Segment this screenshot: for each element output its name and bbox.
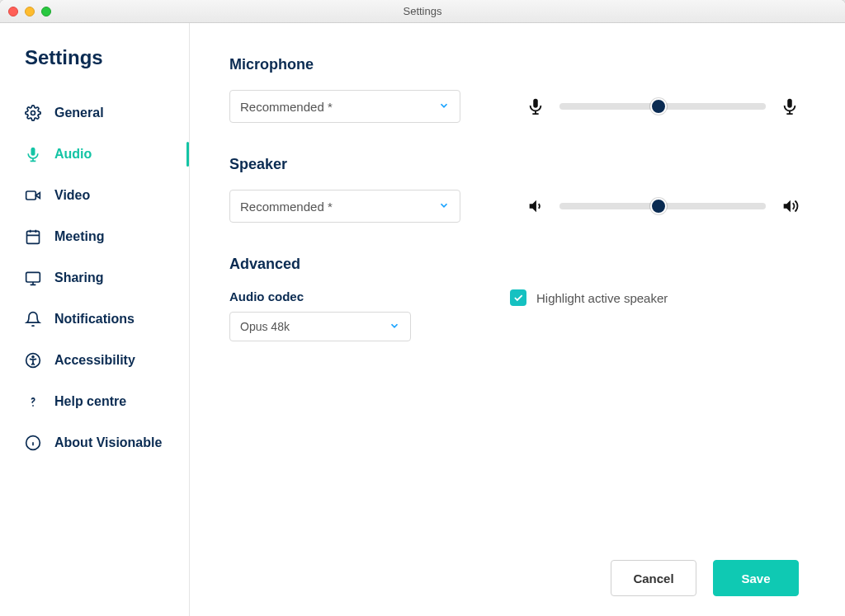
sidebar-title: Settings [25,46,189,69]
sidebar-item-label: Sharing [54,270,104,285]
microphone-icon [25,146,41,162]
sidebar-item-meeting[interactable]: Meeting [25,216,189,257]
microphone-row: Recommended * [229,90,799,123]
microphone-slider-group [526,97,799,115]
speaker-row: Recommended * [229,190,799,223]
advanced-row: Audio codec Opus 48k Highlight active [229,289,799,341]
settings-window: Settings Settings General Audio [0,0,845,616]
sidebar-item-accessibility[interactable]: Accessibility [25,340,189,381]
sidebar-nav: General Audio Video [25,92,189,463]
bell-icon [25,311,41,327]
chevron-down-icon [389,320,400,334]
svg-rect-1 [26,191,36,200]
audio-codec-select[interactable]: Opus 48k [229,312,411,341]
highlight-active-speaker-toggle[interactable]: Highlight active speaker [510,289,668,306]
sidebar: Settings General Audio [0,23,190,616]
gear-icon [25,105,41,121]
speaker-slider[interactable] [559,203,766,209]
sidebar-item-label: General [54,106,104,120]
sidebar-item-sharing[interactable]: Sharing [25,257,189,299]
monitor-icon [25,270,41,286]
svg-point-5 [32,356,34,358]
speaker-heading: Speaker [229,156,799,173]
advanced-heading: Advanced [229,256,799,273]
highlight-active-speaker-label: Highlight active speaker [536,291,668,305]
main-panel: Microphone Recommended * [190,23,845,616]
sidebar-item-label: Notifications [54,312,135,327]
sidebar-item-label: Audio [54,147,92,162]
camera-icon [25,187,41,204]
info-icon [25,435,41,451]
audio-codec-value: Opus 48k [240,320,290,333]
microphone-low-icon [526,97,545,115]
maximize-window-button[interactable] [41,7,51,16]
audio-settings: Microphone Recommended * [229,56,799,540]
speaker-select-value: Recommended * [240,200,333,214]
question-icon [25,393,41,410]
sidebar-item-help[interactable]: Help centre [25,381,189,422]
microphone-slider[interactable] [559,103,766,110]
sidebar-item-notifications[interactable]: Notifications [25,299,189,340]
audio-codec-label: Audio codec [229,289,411,303]
close-window-button[interactable] [8,7,18,16]
window-title: Settings [404,5,442,17]
traffic-lights [8,7,51,16]
sidebar-item-video[interactable]: Video [25,175,189,216]
chevron-down-icon [438,100,450,114]
speaker-slider-thumb[interactable] [650,198,667,214]
sidebar-item-label: About Visionable [54,435,162,450]
svg-rect-3 [26,272,40,282]
sidebar-item-about[interactable]: About Visionable [25,422,189,463]
svg-rect-2 [27,231,40,243]
window-titlebar: Settings [0,0,845,23]
sidebar-item-label: Meeting [54,229,104,244]
minimize-window-button[interactable] [25,7,35,16]
save-button[interactable]: Save [713,560,799,596]
speaker-select[interactable]: Recommended * [229,190,460,223]
footer: Cancel Save [229,540,799,596]
svg-point-0 [31,111,35,115]
microphone-slider-thumb[interactable] [650,98,667,115]
chevron-down-icon [438,200,450,214]
microphone-select[interactable]: Recommended * [229,90,460,123]
microphone-heading: Microphone [229,56,799,73]
microphone-select-value: Recommended * [240,100,333,114]
sidebar-item-label: Help centre [54,394,126,409]
sidebar-item-label: Video [54,188,90,203]
accessibility-icon [25,352,41,369]
sidebar-item-audio[interactable]: Audio [25,134,189,175]
microphone-high-icon [781,97,799,115]
sidebar-item-general[interactable]: General [25,92,189,134]
speaker-slider-group [526,197,799,215]
cancel-button[interactable]: Cancel [611,560,696,596]
sidebar-item-label: Accessibility [54,353,135,368]
checkbox-checked-icon [510,289,526,306]
window-body: Settings General Audio [0,23,845,616]
calendar-icon [25,228,41,245]
audio-codec-group: Audio codec Opus 48k [229,289,411,341]
speaker-low-icon [526,197,545,215]
speaker-high-icon [781,197,799,215]
